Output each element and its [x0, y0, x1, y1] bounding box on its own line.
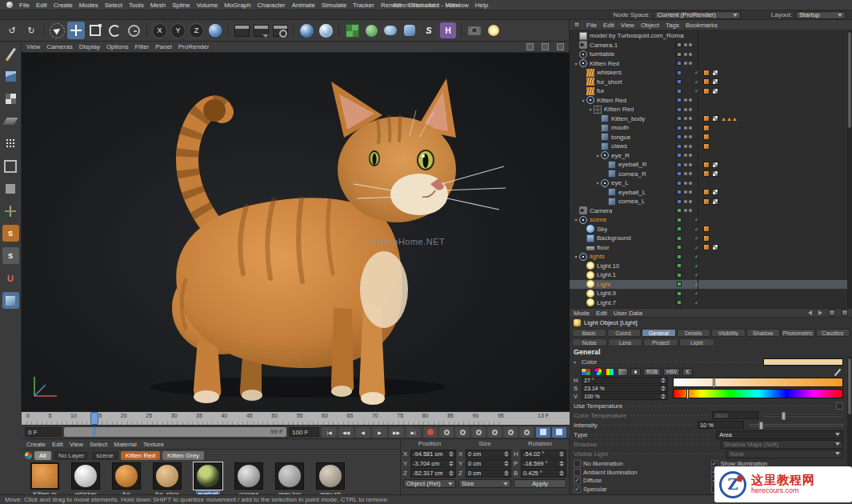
hair-button[interactable]: H [440, 22, 456, 38]
material-thumbnail[interactable] [234, 462, 263, 490]
hsv-mode-button[interactable]: HSV [663, 368, 680, 376]
position-field[interactable]: -94.581 cm [410, 450, 456, 458]
material-thumbnail[interactable] [316, 462, 345, 490]
z-axis-lock-button[interactable]: Z [189, 23, 204, 38]
attribute-tab[interactable]: Basic [572, 329, 606, 337]
color-wheel-button[interactable] [594, 367, 602, 376]
visibility-dots[interactable] [684, 200, 692, 203]
uvw-tag[interactable] [712, 115, 718, 122]
coordinate-system-button[interactable] [206, 22, 224, 39]
layout-dropdown[interactable]: Startup [796, 11, 846, 19]
layer-tab[interactable]: scene [91, 451, 118, 460]
visibility-dots[interactable] [684, 117, 692, 120]
total-frames-field[interactable]: 100 F [289, 427, 319, 437]
hsv-field[interactable]: 100 % [582, 393, 668, 400]
object-manager-menu-item[interactable]: Tags [666, 22, 679, 29]
record-scale-toggle[interactable] [471, 427, 486, 438]
visibility-dots[interactable] [684, 98, 692, 102]
layer-chip[interactable] [677, 89, 682, 94]
tree-row[interactable]: ▾ fur_short ✓ ▲▲▲ [570, 78, 847, 87]
material-menu-item[interactable]: Select [90, 441, 107, 448]
texture-tag[interactable] [703, 125, 710, 131]
coordinate-mode-dropdown[interactable]: Object (Rel) [403, 479, 456, 488]
hsv-field[interactable]: 27 ° [582, 377, 668, 384]
material-item[interactable]: grey lon [271, 462, 308, 498]
camera-button[interactable] [466, 22, 483, 39]
menubar-item[interactable]: Mesh [150, 2, 166, 9]
menubar-item[interactable]: Select [105, 2, 122, 9]
rotate-tool[interactable] [106, 22, 123, 39]
tree-row[interactable]: ▾ fur ✓ ▲▲▲ [570, 86, 847, 96]
history-back-icon[interactable] [808, 310, 812, 315]
menubar-item[interactable]: MoGraph [224, 2, 250, 9]
texture-tag[interactable] [703, 162, 710, 168]
layer-chip[interactable] [677, 254, 682, 259]
type-dropdown[interactable]: Area [716, 430, 843, 439]
enabled-check-icon[interactable]: ✓ [694, 299, 701, 306]
color-gradient-bar[interactable] [673, 378, 843, 387]
visibility-dots[interactable] [684, 154, 692, 157]
enabled-check-icon[interactable]: ✓ [694, 262, 701, 270]
size-field[interactable]: 0 cm [466, 469, 511, 478]
simulate-button[interactable] [362, 22, 380, 39]
enabled-check-icon[interactable]: ✓ [694, 78, 701, 86]
layer-tab[interactable]: No Layer [54, 451, 89, 460]
uvw-tag[interactable] [712, 244, 718, 250]
layer-chip[interactable] [677, 236, 682, 241]
subdivision-surface-button[interactable] [401, 22, 418, 39]
layer-chip[interactable] [677, 171, 682, 176]
tree-row[interactable]: ▾ Light.1 ✓ ▲▲▲ [570, 270, 847, 280]
layer-chip[interactable] [677, 226, 682, 231]
layer-chip[interactable] [677, 61, 682, 66]
expand-icon[interactable]: ▾ [573, 61, 579, 66]
record-position-toggle[interactable] [455, 427, 470, 438]
history-forward-icon[interactable] [818, 310, 822, 315]
enabled-check-icon[interactable]: ✓ [694, 69, 701, 76]
texture-tag[interactable] [703, 78, 710, 85]
color-image-button[interactable] [618, 368, 628, 376]
volume-button[interactable] [382, 22, 399, 39]
scale-tool[interactable] [86, 22, 104, 39]
color-swatch[interactable] [763, 358, 843, 366]
color-picker-button[interactable] [630, 368, 641, 376]
mograph-button[interactable] [343, 22, 361, 39]
material-thumbnail[interactable] [30, 462, 59, 490]
expand-icon[interactable]: ▾ [594, 153, 601, 158]
layer-tab[interactable]: Kitten Red [121, 451, 160, 460]
menubar-item[interactable]: Modes [79, 2, 98, 9]
menubar-item[interactable]: Animate [292, 2, 315, 9]
layer-chip[interactable] [677, 107, 682, 112]
range-start-field[interactable]: 0 F [25, 427, 62, 437]
next-frame-button[interactable]: ▶▶ [389, 427, 404, 438]
quantize-button[interactable]: S [2, 247, 19, 264]
points-mode-button[interactable] [2, 135, 19, 152]
material-thumbnail[interactable] [194, 462, 222, 490]
material-item[interactable]: cornea [230, 462, 267, 498]
enabled-check-icon[interactable]: ✓ [694, 216, 701, 223]
material-item[interactable]: Kitten m [26, 462, 63, 498]
material-item[interactable]: whisker [67, 462, 104, 498]
size-field[interactable]: 0 cm [466, 450, 511, 458]
light-button[interactable] [485, 22, 502, 39]
tree-row[interactable]: ▾ Kitten Red ✓ ▲▲▲ [570, 59, 847, 69]
enabled-check-icon[interactable]: ✓ [694, 281, 701, 288]
timeline-ruler[interactable]: 05101520253035404550556065707580859095 1… [22, 411, 570, 425]
rotation-field[interactable]: 0.425 ° [521, 469, 566, 478]
tree-row[interactable]: ▾ eyeball_L ✓ ▲▲▲ [570, 188, 847, 198]
visibility-dots[interactable] [684, 135, 692, 138]
shadow-dropdown[interactable]: Shadow Maps (Soft) [721, 440, 843, 449]
layer-chip[interactable] [677, 282, 682, 286]
magnet-button[interactable]: U [2, 270, 19, 286]
viewport-menu-item[interactable]: View [26, 43, 40, 50]
collapse-icon[interactable]: ▾ [574, 359, 579, 365]
layer-chip[interactable] [677, 291, 682, 296]
pin-icon[interactable] [842, 310, 848, 316]
snap-button[interactable]: S [2, 225, 19, 242]
object-tree-scrollbar[interactable] [847, 30, 852, 308]
menubar-item[interactable]: Character [258, 2, 286, 9]
render-settings-button[interactable] [271, 22, 289, 39]
make-editable-button[interactable] [2, 46, 19, 62]
tree-row[interactable]: ▾ tongue ✓ ▲▲▲ [570, 133, 847, 142]
visibility-dots[interactable] [684, 190, 692, 194]
tree-row[interactable]: ▾ Light.10 ✓ ▲▲▲ [570, 262, 847, 271]
